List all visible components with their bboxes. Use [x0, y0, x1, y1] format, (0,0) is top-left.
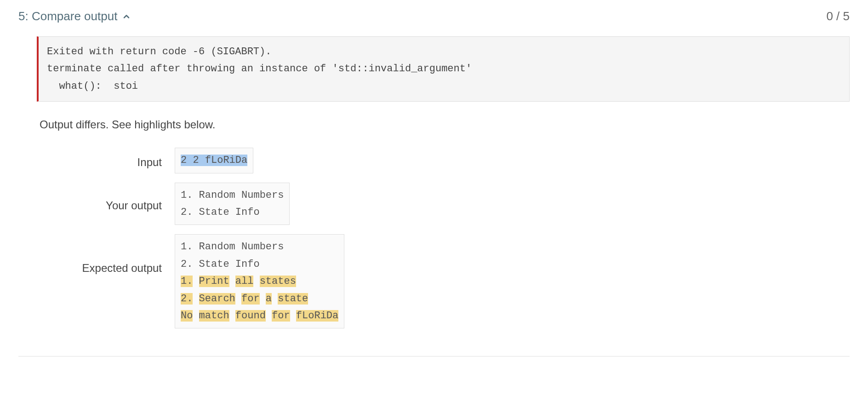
your-output-line: 1. Random Numbers — [181, 190, 284, 201]
diff-token: fLoRiDa — [296, 310, 338, 322]
input-label: Input — [37, 152, 175, 169]
input-value: 2 2 fLoRiDa — [181, 155, 247, 166]
error-line: what(): stoi — [47, 80, 138, 92]
expected-output-box: 1. Random Numbers 2. State Info 1. Print… — [175, 234, 344, 328]
your-output-label: Your output — [37, 196, 175, 212]
diff-token: all — [235, 276, 254, 287]
expected-line: 2. State Info — [181, 259, 260, 270]
chevron-up-icon — [122, 12, 131, 21]
diff-token: state — [278, 293, 308, 305]
diff-token: 1. — [181, 276, 193, 287]
diff-token: Search — [199, 293, 235, 305]
test-score: 0 / 5 — [826, 9, 850, 23]
diff-token: No — [181, 310, 193, 322]
error-output-box: Exited with return code -6 (SIGABRT). te… — [37, 36, 850, 102]
diff-token: 2. — [181, 293, 193, 305]
input-box: 2 2 fLoRiDa — [175, 148, 253, 173]
diff-token: Print — [199, 276, 229, 287]
your-output-box: 1. Random Numbers 2. State Info — [175, 183, 290, 225]
diff-token: for — [272, 310, 290, 322]
your-output-line: 2. State Info — [181, 207, 260, 218]
output-differs-message: Output differs. See highlights below. — [37, 118, 850, 131]
test-title-text: 5: Compare output — [18, 9, 117, 23]
diff-token: found — [235, 310, 266, 322]
expected-line: 1. Random Numbers — [181, 241, 284, 253]
diff-token: for — [241, 293, 260, 305]
error-line: terminate called after throwing an insta… — [47, 63, 472, 75]
section-divider — [18, 356, 850, 356]
test-title-toggle[interactable]: 5: Compare output — [18, 9, 131, 23]
error-line: Exited with return code -6 (SIGABRT). — [47, 46, 271, 58]
diff-token: match — [199, 310, 229, 322]
diff-token: a — [266, 293, 272, 305]
diff-token: states — [260, 276, 296, 287]
expected-output-label: Expected output — [37, 234, 175, 275]
